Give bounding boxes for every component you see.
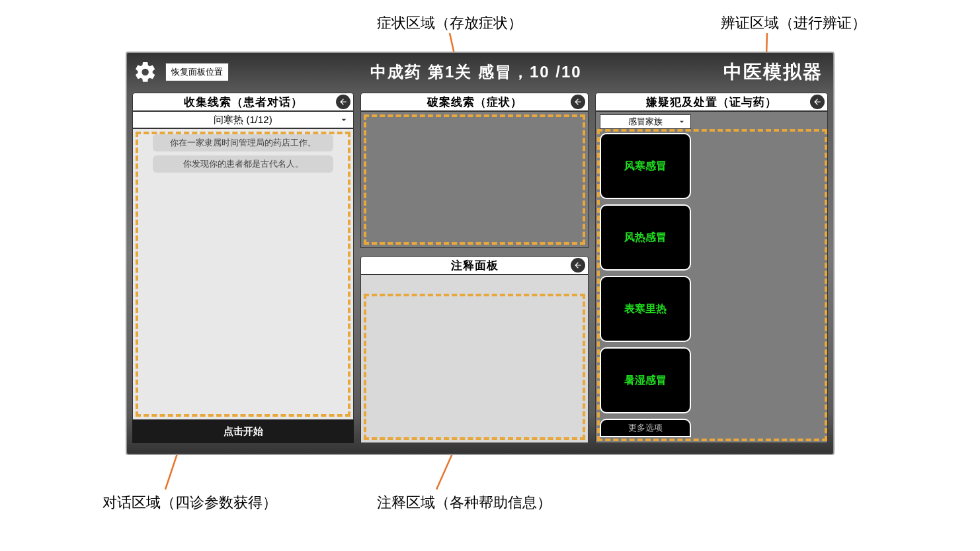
diagnosis-list: 感冒家族 风寒感冒 风热感冒 表寒里热 暑湿感冒 更多选项 [596, 112, 695, 443]
family-dropdown-label: 感冒家族 [628, 116, 663, 128]
back-icon[interactable] [571, 258, 585, 273]
dialog-panel: 收集线索（患者对话） 问寒热 (1/12) 你在一家隶属时间管理局的药店工作。 … [132, 93, 354, 443]
dialog-subheader[interactable]: 问寒热 (1/12) [132, 111, 354, 128]
start-button[interactable]: 点击开始 [132, 420, 354, 443]
diagnosis-body: 感冒家族 风寒感冒 风热感冒 表寒里热 暑湿感冒 更多选项 [595, 111, 828, 443]
notes-body [360, 275, 589, 443]
annotation-diagnosis: 辨证区域（进行辨证） [721, 13, 866, 33]
back-icon[interactable] [571, 95, 585, 109]
symptom-body[interactable] [360, 111, 589, 248]
top-bar: 恢复面板位置 中成药 第1关 感冒，10 /10 中医模拟器 [132, 57, 828, 87]
dialog-panel-title: 收集线索（患者对话） [184, 95, 303, 110]
symptom-panel: 破案线索（症状） [360, 93, 589, 248]
level-info: 中成药 第1关 感冒，10 /10 [235, 62, 717, 83]
annotation-symptom: 症状区域（存放症状） [377, 13, 522, 33]
diagnosis-card[interactable]: 风热感冒 [600, 204, 691, 271]
notes-panel-title: 注释面板 [451, 258, 499, 273]
more-options-button[interactable]: 更多选项 [600, 419, 691, 437]
dialog-subheader-label: 问寒热 (1/12) [214, 114, 272, 126]
diagnosis-panel-header: 嫌疑犯及处置（证与药） [595, 93, 828, 111]
annotation-dialog: 对话区域（四诊参数获得） [102, 493, 277, 513]
middle-column: 破案线索（症状） 注释面板 [360, 93, 589, 443]
gear-icon[interactable] [132, 59, 159, 85]
diagnosis-panel: 嫌疑犯及处置（证与药） 感冒家族 风寒感冒 风热感冒 表寒里热 暑 [595, 93, 828, 443]
diagnosis-card[interactable]: 表寒里热 [600, 276, 691, 342]
dialog-panel-header: 收集线索（患者对话） [132, 93, 354, 111]
notes-panel: 注释面板 [360, 256, 589, 443]
diagnosis-card[interactable]: 风寒感冒 [600, 133, 691, 199]
diagnosis-drop-area[interactable] [695, 112, 827, 443]
family-dropdown[interactable]: 感冒家族 [600, 114, 691, 129]
reset-panels-button[interactable]: 恢复面板位置 [165, 63, 229, 81]
diagnosis-panel-title: 嫌疑犯及处置（证与药） [646, 95, 777, 110]
back-icon[interactable] [336, 95, 350, 109]
chat-message: 你在一家隶属时间管理局的药店工作。 [153, 134, 333, 151]
symptom-panel-title: 破案线索（症状） [427, 95, 522, 110]
app-title: 中医模拟器 [723, 60, 823, 85]
symptom-panel-header: 破案线索（症状） [360, 93, 589, 111]
annotation-notes: 注释区域（各种帮助信息） [377, 493, 551, 513]
chat-message: 你发现你的患者都是古代名人。 [153, 155, 333, 173]
app-window: 恢复面板位置 中成药 第1关 感冒，10 /10 中医模拟器 收集线索（患者对话… [126, 52, 835, 455]
diagnosis-card[interactable]: 暑湿感冒 [600, 347, 691, 413]
chevron-down-icon [339, 114, 349, 125]
back-icon[interactable] [810, 95, 825, 109]
notes-panel-header: 注释面板 [360, 256, 589, 275]
dialog-body: 你在一家隶属时间管理局的药店工作。 你发现你的患者都是古代名人。 [132, 128, 354, 420]
chevron-down-icon [677, 117, 688, 128]
